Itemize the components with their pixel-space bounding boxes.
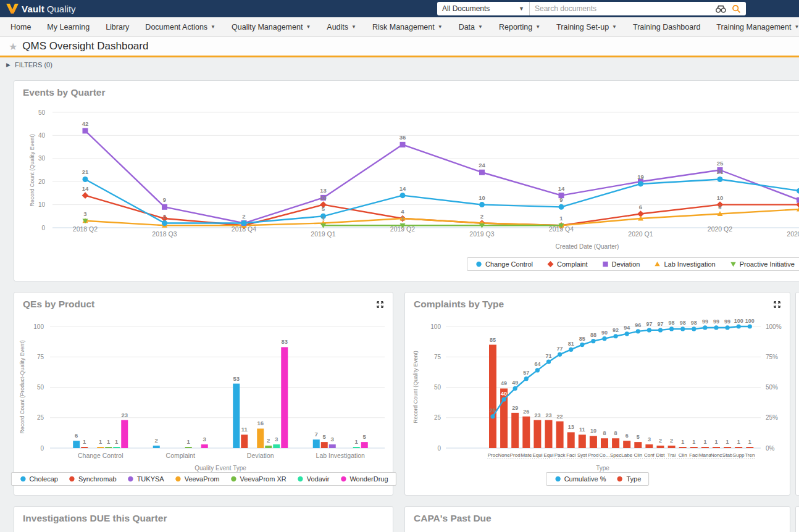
legend-item-deviation[interactable]: Deviation <box>601 260 640 268</box>
svg-text:2019 Q1: 2019 Q1 <box>311 230 335 238</box>
search-input[interactable] <box>530 4 715 13</box>
document-scope-select[interactable]: All Documents ▼ <box>437 2 530 15</box>
svg-text:Mate: Mate <box>521 452 532 458</box>
chevron-down-icon: ▼ <box>612 24 617 30</box>
svg-text:49: 49 <box>501 380 507 386</box>
nav-item-label: Risk Management <box>372 23 435 31</box>
legend-label: WonderDrug <box>349 475 388 483</box>
svg-text:Trai: Trai <box>667 452 676 458</box>
svg-text:2: 2 <box>163 213 166 220</box>
brand-name: Vault <box>22 4 44 14</box>
nav-item-audits[interactable]: Audits▼ <box>319 17 364 36</box>
legend-item-cumulative[interactable]: Cumulative % <box>554 475 606 483</box>
legend-label: Vodavir <box>307 475 330 483</box>
search-icon[interactable] <box>732 4 741 14</box>
svg-text:1: 1 <box>748 439 751 445</box>
svg-text:Deviation: Deviation <box>247 452 274 459</box>
favorite-star-icon[interactable]: ★ <box>9 41 17 52</box>
svg-text:Change Control: Change Control <box>78 452 123 459</box>
svg-text:Conf: Conf <box>644 452 655 458</box>
svg-text:10: 10 <box>38 201 46 208</box>
nav-item-label: Home <box>10 23 31 31</box>
svg-text:1: 1 <box>703 439 706 445</box>
svg-text:Supp: Supp <box>733 452 745 458</box>
svg-text:26: 26 <box>523 409 529 415</box>
svg-text:24: 24 <box>479 162 485 168</box>
legend-label: Change Control <box>485 260 533 268</box>
nav-item-label: Data <box>459 23 475 31</box>
svg-text:1: 1 <box>115 438 119 445</box>
legend-item-lab-investigation[interactable]: Lab Investigation <box>653 260 715 268</box>
nav-item-label: Reporting <box>499 23 532 31</box>
svg-text:1: 1 <box>692 439 695 445</box>
svg-text:20: 20 <box>38 178 46 185</box>
nav-item-risk-management[interactable]: Risk Management▼ <box>364 17 451 36</box>
events-chart-legend: Change ControlComplaintDeviationLab Inve… <box>467 257 799 271</box>
legend-marker-icon <box>19 475 27 483</box>
nav-item-quality-management[interactable]: Quality Management▼ <box>224 17 319 36</box>
svg-text:Prod: Prod <box>588 452 598 458</box>
svg-text:40: 40 <box>38 132 46 139</box>
svg-text:2: 2 <box>480 213 483 220</box>
expand-icon[interactable] <box>375 300 385 312</box>
svg-text:6: 6 <box>639 204 642 210</box>
legend-marker-icon <box>653 260 661 268</box>
legend-item-type[interactable]: Type <box>616 475 642 483</box>
nav-item-training-dashboard[interactable]: Training Dashboard <box>625 17 708 36</box>
legend-label: Cholecap <box>29 475 57 483</box>
svg-text:94: 94 <box>624 325 630 331</box>
chevron-down-icon: ▼ <box>438 24 443 30</box>
nav-item-training-management[interactable]: Training Management▼ <box>708 17 799 36</box>
svg-text:71: 71 <box>545 353 551 359</box>
topbar: Vault Quality All Documents ▼ <box>0 0 799 17</box>
legend-item-synchromab[interactable]: Synchromab <box>68 475 117 483</box>
panel-cutoff-right-bottom <box>795 506 799 532</box>
legend-item-proactive-initiative[interactable]: Proactive Initiative <box>729 260 795 268</box>
svg-text:2: 2 <box>242 213 245 220</box>
svg-text:75: 75 <box>434 354 441 360</box>
legend-item-veevaprom-xr[interactable]: VeevaProm XR <box>230 475 287 483</box>
svg-text:49: 49 <box>512 380 518 386</box>
svg-text:Syst: Syst <box>577 452 587 458</box>
binoculars-icon[interactable] <box>715 4 727 14</box>
legend-marker-icon <box>174 475 182 483</box>
panel-qes-by-product: QEs by Product 0255075100Record Count (P… <box>14 292 393 496</box>
legend-item-tukysa[interactable]: TUKYSA <box>127 475 164 483</box>
svg-text:9: 9 <box>163 196 166 203</box>
nav-item-my-learning[interactable]: My Learning <box>39 17 98 36</box>
svg-text:1: 1 <box>99 438 102 445</box>
legend-item-wonderdrug[interactable]: WonderDrug <box>339 475 388 483</box>
legend-item-change-control[interactable]: Change Control <box>475 260 533 268</box>
legend-item-complaint[interactable]: Complaint <box>546 260 588 268</box>
panel-title: Events by Quarter <box>23 87 106 98</box>
legend-label: Proactive Initiative <box>740 260 795 268</box>
svg-text:6: 6 <box>75 432 78 439</box>
nav-item-data[interactable]: Data▼ <box>451 17 491 36</box>
svg-text:25: 25 <box>37 414 44 421</box>
filters-toggle[interactable]: ▶ FILTERS (0) <box>6 61 52 69</box>
nav-item-home[interactable]: Home <box>2 17 39 36</box>
svg-text:22: 22 <box>557 414 563 420</box>
legend-item-veevaprom[interactable]: VeevaProm <box>174 475 220 483</box>
legend-item-cholecap[interactable]: Cholecap <box>19 475 57 483</box>
chevron-down-icon: ▼ <box>478 24 483 30</box>
svg-text:50: 50 <box>37 384 44 391</box>
svg-text:98: 98 <box>669 320 675 326</box>
svg-text:25: 25 <box>434 414 441 421</box>
nav-item-training-set-up[interactable]: Training Set-up▼ <box>548 17 625 36</box>
legend-label: Lab Investigation <box>664 260 715 268</box>
filters-label: FILTERS (0) <box>15 61 52 69</box>
panel-title: CAPA's Past Due <box>414 513 492 524</box>
nav-item-label: Quality Management <box>232 23 303 31</box>
nav-item-library[interactable]: Library <box>98 17 137 36</box>
svg-text:Clin: Clin <box>634 452 642 458</box>
expand-icon[interactable] <box>772 300 782 312</box>
svg-text:14: 14 <box>399 185 406 192</box>
svg-text:Pack: Pack <box>554 452 566 458</box>
chevron-down-icon: ▼ <box>306 24 311 30</box>
nav-item-label: Training Set-up <box>556 23 609 31</box>
legend-item-vodavir[interactable]: Vodavir <box>296 475 330 483</box>
nav-item-reporting[interactable]: Reporting▼ <box>491 17 548 36</box>
nav-item-document-actions[interactable]: Document Actions▼ <box>137 17 224 36</box>
svg-text:Quality Event Type: Quality Event Type <box>195 465 246 472</box>
